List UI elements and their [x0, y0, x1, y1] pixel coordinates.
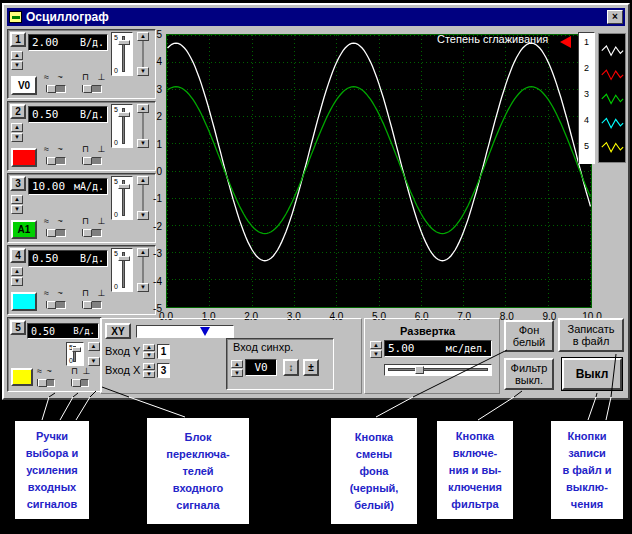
down-arrow-icon[interactable]: ▼ [11, 205, 23, 214]
coupling-switch-1[interactable] [46, 301, 66, 309]
channel-5-gain-slider[interactable]: 5 0 [66, 342, 84, 366]
slider-min-label: 0 [114, 67, 118, 74]
coupling-switch-1[interactable] [37, 379, 55, 387]
slider-thumb[interactable] [118, 184, 130, 189]
channel-2-source-button[interactable] [11, 148, 37, 167]
record-line1: Записать [567, 323, 614, 335]
down-arrow-icon[interactable]: ▼ [370, 350, 382, 358]
switch-knob[interactable] [47, 229, 56, 237]
channel-1-stepper[interactable]: ▲ ▼ [11, 51, 23, 70]
switch-knob[interactable] [72, 379, 81, 387]
sync-source-display: V0 [245, 359, 277, 376]
channel-4-stepper[interactable]: ▲ ▼ [11, 267, 23, 286]
coupling-switch-2[interactable] [82, 157, 102, 165]
up-arrow-icon[interactable]: ▲ [11, 267, 23, 276]
channel-3-gain-slider[interactable]: 5 0 [111, 176, 133, 220]
channel-3-source-button[interactable]: A1 [11, 220, 37, 239]
down-arrow-icon[interactable]: ▼ [11, 133, 23, 142]
slider-thumb[interactable] [72, 347, 81, 352]
switch-knob[interactable] [83, 157, 92, 165]
channel-3-number-button[interactable]: 3 [10, 176, 26, 191]
sweep-slider[interactable] [384, 364, 492, 376]
channel-3-scale-unit: мА/д. [74, 181, 104, 192]
coupling-switch-2[interactable] [82, 229, 102, 237]
smoothing-scale-number: 1 [579, 37, 594, 47]
close-button[interactable]: × [607, 10, 623, 24]
channel-4-number-button[interactable]: 4 [10, 248, 26, 263]
smoothing-slider-pointer-icon[interactable] [560, 36, 571, 48]
down-arrow-icon[interactable]: ▼ [143, 371, 155, 378]
slider-thumb[interactable] [415, 366, 424, 374]
channel-1-gain-slider[interactable]: 5 0 [111, 32, 133, 76]
channel-3-stepper[interactable]: ▲ ▼ [11, 195, 23, 214]
background-toggle-button[interactable]: Фон белый [504, 320, 554, 352]
coupling-switch-2[interactable] [82, 85, 102, 93]
down-arrow-icon[interactable]: ▼ [143, 352, 155, 359]
input-y-stepper[interactable]: ▲ ▼ [143, 344, 155, 359]
down-arrow-icon[interactable]: ▼ [11, 277, 23, 286]
coupling-switch-2[interactable] [82, 301, 102, 309]
up-arrow-icon[interactable]: ▲ [231, 360, 243, 368]
channel-5-fine-stepper[interactable]: ▲ ▼ [87, 342, 100, 366]
switch-knob[interactable] [47, 85, 56, 93]
switch-knob[interactable] [47, 301, 56, 309]
input-y-value[interactable]: 1 [157, 344, 170, 359]
y-tick-label: 2 [156, 111, 162, 122]
y-tick-label: 5 [156, 29, 162, 40]
channel-1-source-button[interactable]: V0 [11, 76, 37, 95]
power-off-button[interactable]: Выкл [562, 358, 622, 390]
switch-knob[interactable] [38, 379, 47, 387]
channel-4-scale-display: 0.50 В/д. [28, 250, 108, 267]
input-x-stepper[interactable]: ▲ ▼ [143, 363, 155, 378]
down-arrow-icon[interactable]: ▼ [231, 369, 243, 377]
up-arrow-icon[interactable]: ▲ [11, 123, 23, 132]
coupling-switch-1[interactable] [46, 229, 66, 237]
down-arrow-icon[interactable]: ▼ [11, 61, 23, 70]
channel-5-number-button[interactable]: 5 [10, 320, 26, 335]
switch-knob[interactable] [83, 301, 92, 309]
sync-source-stepper[interactable]: ▲ ▼ [231, 360, 243, 377]
xy-mode-button[interactable]: XY [105, 323, 131, 339]
input-y-label: Вход Y [105, 345, 140, 357]
channel-2-number-button[interactable]: 2 [10, 104, 26, 119]
record-to-file-button[interactable]: Записать в файл [558, 318, 624, 352]
up-arrow-icon[interactable]: ▲ [370, 341, 382, 349]
channel-2-scale-unit: В/д. [80, 109, 104, 120]
slider-track[interactable] [388, 368, 488, 371]
filter-toggle-line1: Фильтр [511, 362, 548, 374]
slider-thumb[interactable] [118, 40, 130, 45]
slider-thumb[interactable] [118, 112, 130, 117]
channel-4-source-button[interactable] [11, 292, 37, 311]
up-arrow-icon[interactable]: ▲ [143, 344, 155, 351]
input-x-label: Вход X [105, 364, 140, 376]
slider-thumb[interactable] [118, 256, 130, 261]
smoothing-slider-scale[interactable]: 12345 [578, 32, 595, 164]
sync-edge-button[interactable]: ↕ [283, 359, 299, 376]
coupling-switch-1[interactable] [46, 85, 66, 93]
coupling-switch-2[interactable] [71, 379, 89, 387]
channel-3-scale-value: 10.00 [32, 180, 65, 193]
sync-polarity-button[interactable]: ± [303, 359, 319, 376]
channel-2-gain-slider[interactable]: 5 0 [111, 104, 133, 148]
channel-1-number-button[interactable]: 1 [10, 32, 26, 47]
coupling-switch-1[interactable] [46, 157, 66, 165]
up-arrow-icon[interactable]: ▲ [143, 363, 155, 370]
sweep-stepper[interactable]: ▲ ▼ [370, 341, 382, 358]
channel-2-stepper[interactable]: ▲ ▼ [11, 123, 23, 142]
up-arrow-icon[interactable]: ▲ [11, 51, 23, 60]
switch-knob[interactable] [83, 229, 92, 237]
up-arrow-icon[interactable]: ▲ [88, 342, 100, 351]
slider-pointer-icon[interactable] [200, 327, 210, 336]
smoothing-scale-number: 4 [579, 115, 594, 125]
switch-knob[interactable] [47, 157, 56, 165]
channel-5-source-button[interactable] [11, 368, 33, 386]
up-arrow-icon[interactable]: ▲ [11, 195, 23, 204]
xy-position-slider[interactable] [136, 325, 234, 338]
channel-4-gain-slider[interactable]: 5 0 [111, 248, 133, 292]
window-title: Осциллограф [26, 10, 603, 24]
titlebar[interactable]: Осциллограф × [7, 8, 625, 26]
input-x-value[interactable]: 3 [157, 363, 170, 378]
down-arrow-icon[interactable]: ▼ [88, 357, 100, 366]
filter-toggle-button[interactable]: Фильтр выкл. [504, 358, 554, 390]
switch-knob[interactable] [83, 85, 92, 93]
